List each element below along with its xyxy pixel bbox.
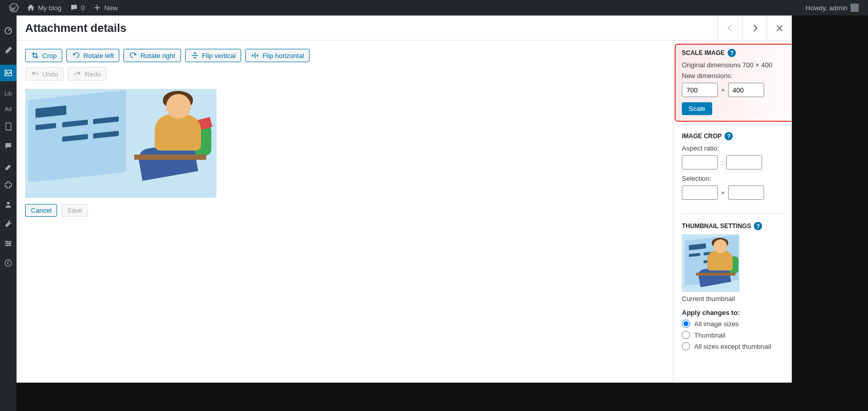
rotate-left-button[interactable]: Rotate left — [66, 49, 119, 62]
flip-horizontal-label: Flip horizontal — [262, 52, 304, 60]
flip-horizontal-button[interactable]: Flip horizontal — [245, 49, 310, 62]
chevron-right-icon — [750, 23, 760, 33]
aspect-ratio-inputs: : — [682, 155, 783, 170]
scale-image-heading: Scale Image ? — [682, 49, 783, 57]
site-name-label: My blog — [38, 4, 62, 12]
aspect-ratio-width-input[interactable] — [682, 155, 718, 170]
scale-height-input[interactable] — [728, 83, 764, 97]
admin-bar: My blog 0 New Howdy, admin — [0, 0, 868, 15]
apply-all-sizes-radio[interactable] — [682, 320, 690, 328]
save-button: Save — [61, 204, 88, 217]
crop-icon — [31, 51, 39, 60]
rotate-right-icon — [129, 51, 137, 60]
modal-header: Attachment details — [17, 16, 791, 41]
close-icon — [775, 24, 784, 33]
svg-point-4 — [7, 202, 9, 204]
help-icon[interactable]: ? — [754, 222, 762, 230]
selection-width-input[interactable] — [682, 185, 718, 200]
avatar — [851, 4, 859, 12]
apply-except-thumbnail-label: All sizes except thumbnail — [694, 343, 771, 350]
rotate-right-label: Rotate right — [140, 52, 175, 60]
prev-attachment-button — [717, 16, 742, 41]
svg-point-10 — [7, 245, 9, 247]
crop-label: Crop — [42, 52, 57, 60]
site-name-link[interactable]: My blog — [23, 0, 66, 15]
selection-height-input[interactable] — [728, 185, 764, 200]
menu-pages[interactable] — [3, 121, 13, 132]
aspect-ratio-height-input[interactable] — [726, 155, 762, 170]
thumbnail-settings-heading: Thumbnail Settings ? — [682, 222, 783, 230]
thumbnail-settings-section: Thumbnail Settings ? — [682, 222, 783, 362]
svg-point-9 — [9, 242, 11, 245]
thumbnail-settings-heading-label: Thumbnail Settings — [682, 222, 751, 230]
wordpress-icon — [9, 3, 19, 12]
chevron-left-icon — [725, 23, 735, 33]
rotate-right-button[interactable]: Rotate right — [123, 49, 180, 62]
image-crop-heading-label: Image Crop — [682, 133, 721, 140]
my-account-link[interactable]: Howdy, admin — [802, 0, 863, 15]
redo-icon — [74, 70, 82, 78]
undo-label: Undo — [42, 70, 58, 78]
help-icon[interactable]: ? — [725, 132, 733, 140]
new-content-link[interactable]: New — [89, 0, 122, 15]
cancel-label: Cancel — [31, 207, 51, 214]
next-attachment-button[interactable] — [742, 16, 767, 41]
comments-link[interactable]: 0 — [66, 0, 89, 15]
editor-footer-buttons: Cancel Save — [25, 204, 665, 217]
scale-button[interactable]: Scale — [682, 102, 712, 115]
menu-dashboard[interactable] — [3, 26, 13, 36]
rotate-left-label: Rotate left — [83, 52, 114, 60]
menu-tools[interactable] — [3, 219, 13, 229]
apply-thumbnail-radio[interactable] — [682, 331, 690, 339]
save-label: Save — [67, 207, 82, 214]
image-crop-heading: Image Crop ? — [682, 132, 783, 140]
menu-posts[interactable] — [3, 45, 13, 55]
apply-thumbnail-label: Thumbnail — [694, 331, 726, 339]
illustration-person — [129, 94, 211, 197]
menu-collapse[interactable] — [3, 258, 13, 268]
apply-all-sizes-row[interactable]: All image sizes — [682, 320, 783, 328]
attachment-details-modal: Attachment details Crop Rotate left — [16, 15, 792, 383]
undo-icon — [31, 70, 39, 78]
image-editor-toolbar: Crop Rotate left Rotate right Flip verti… — [25, 49, 665, 62]
modal-title: Attachment details — [17, 22, 717, 35]
crop-button[interactable]: Crop — [25, 49, 62, 62]
menu-media-add-label[interactable]: Ad — [5, 106, 11, 112]
scale-image-section: Scale Image ? Original dimensions 700 × … — [682, 49, 783, 124]
close-modal-button[interactable] — [767, 16, 791, 41]
apply-except-thumbnail-row[interactable]: All sizes except thumbnail — [682, 342, 783, 350]
redo-label: Redo — [85, 70, 101, 78]
current-thumbnail-preview — [682, 234, 739, 292]
image-preview[interactable] — [25, 89, 216, 198]
menu-settings[interactable] — [3, 238, 13, 249]
new-dimensions-label: New dimensions: — [682, 72, 783, 80]
home-icon — [27, 4, 35, 12]
scale-width-input[interactable] — [682, 83, 718, 97]
svg-point-11 — [5, 260, 12, 267]
menu-users[interactable] — [3, 199, 13, 210]
illustration-board — [28, 90, 126, 182]
menu-media[interactable] — [0, 65, 16, 81]
cancel-button[interactable]: Cancel — [25, 204, 57, 217]
help-icon[interactable]: ? — [728, 49, 736, 57]
comments-count: 0 — [81, 4, 85, 12]
menu-comments[interactable] — [3, 141, 13, 151]
dimension-sep: × — [721, 86, 725, 94]
selection-label: Selection: — [682, 175, 783, 182]
menu-plugins[interactable] — [3, 180, 13, 190]
howdy-label: Howdy, admin — [806, 4, 847, 12]
image-editor: Crop Rotate left Rotate right Flip verti… — [17, 41, 673, 382]
undo-button: Undo — [25, 67, 64, 81]
flip-vertical-button[interactable]: Flip vertical — [185, 49, 242, 62]
scale-image-heading-label: Scale Image — [682, 49, 725, 57]
apply-except-thumbnail-radio[interactable] — [682, 342, 690, 350]
wp-logo[interactable] — [5, 0, 23, 15]
apply-thumbnail-row[interactable]: Thumbnail — [682, 331, 783, 339]
apply-changes-label: Apply changes to: — [682, 309, 783, 316]
menu-media-lib-label[interactable]: Lib — [5, 90, 12, 97]
comment-icon — [70, 4, 78, 12]
new-label: New — [104, 4, 118, 12]
scale-button-label: Scale — [689, 105, 706, 113]
menu-appearance[interactable] — [3, 160, 13, 171]
flip-vertical-label: Flip vertical — [202, 52, 236, 60]
